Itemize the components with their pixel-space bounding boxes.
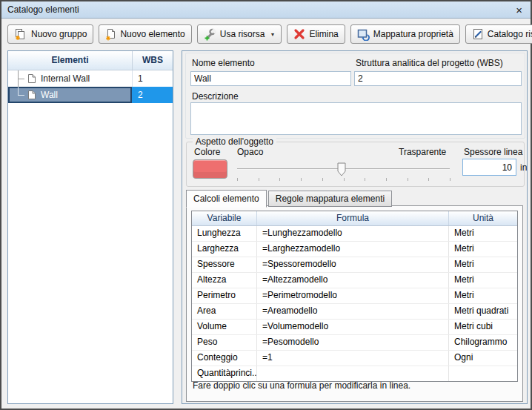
property-mapping-button[interactable]: Mappatura proprietà [350, 24, 460, 44]
variable-cell[interactable]: Quantitàprinci... [192, 366, 257, 381]
wbs-input[interactable] [354, 71, 522, 86]
delete-label: Elimina [309, 29, 338, 39]
element-name-input[interactable] [190, 71, 351, 86]
opacity-slider-thumb[interactable] [337, 162, 346, 177]
tree-connector [18, 95, 24, 96]
variable-cell[interactable]: Lunghezza [192, 226, 257, 241]
opacity-slider[interactable] [237, 162, 450, 182]
use-resource-label: Usa risorsa [220, 29, 265, 39]
table-row[interactable]: Conteggio=1Ogni [192, 351, 517, 366]
new-group-icon [14, 28, 27, 41]
toolbar: Nuovo gruppo Nuovo elemento Usa risorsa … [7, 24, 525, 44]
tree-item-name[interactable]: Internal Wall [8, 70, 132, 87]
page-icon [27, 90, 36, 100]
tree-item-wbs[interactable]: 1 [132, 70, 173, 87]
formula-cell[interactable]: =Perimetromodello [257, 288, 449, 303]
resource-catalog-icon [472, 28, 484, 40]
description-textarea[interactable] [190, 102, 522, 135]
formula-cell[interactable]: =Volumemodello [257, 320, 449, 334]
element-info-group: Nome elemento Struttura analitica del pr… [185, 53, 525, 139]
close-icon[interactable]: × [513, 4, 525, 16]
delete-icon [293, 28, 305, 40]
variable-cell[interactable]: Volume [192, 320, 257, 334]
element-detail-panel: Nome elemento Struttura analitica del pr… [182, 50, 528, 404]
formula-cell[interactable]: =Spessoremodello [257, 257, 449, 272]
table-row[interactable]: Quantitàprinci... [192, 366, 517, 381]
table-row[interactable]: Peso=PesomodelloChilogrammo [192, 335, 517, 351]
table-row[interactable]: Altezza=AltezzamodelloMetri [192, 273, 517, 288]
line-weight-input[interactable] [462, 159, 516, 176]
table-row[interactable]: Lunghezza=LunghezzamodelloMetri [192, 226, 517, 242]
tree-column-wbs[interactable]: WBS [133, 51, 173, 70]
unit-cell[interactable]: Metri [449, 226, 517, 241]
formula-cell[interactable]: =Lunghezzamodello [257, 226, 449, 241]
transparent-label: Trasparente [399, 147, 446, 157]
formula-cell[interactable]: =1 [257, 351, 449, 366]
formula-cell[interactable]: =Altezzamodello [257, 273, 449, 288]
unit-cell[interactable] [449, 366, 517, 381]
tab-regole-mappatura[interactable]: Regole mappatura elementi [268, 191, 392, 207]
unit-cell[interactable]: Metri [449, 257, 517, 272]
table-row[interactable]: Larghezza=LarghezzamodelloMetri [192, 242, 517, 257]
formula-cell[interactable]: =Larghezzamodello [257, 242, 449, 257]
property-mapping-label: Mappatura proprietà [373, 29, 453, 39]
variable-cell[interactable]: Area [192, 304, 257, 319]
formula-hint-text: Fare doppio clic su una formula per modi… [193, 380, 410, 391]
unit-cell[interactable]: Metri cubi [449, 320, 517, 334]
variable-cell[interactable]: Larghezza [192, 242, 257, 257]
page-icon [27, 73, 36, 84]
table-row[interactable]: Spessore=SpessoremodelloMetri [192, 257, 517, 273]
tree-item-name[interactable]: Wall [8, 87, 132, 103]
tab-bar: Calcoli elemento Regole mappatura elemen… [186, 190, 393, 207]
unit-cell[interactable]: Ogni [449, 351, 517, 366]
appearance-group-title: Aspetto dell'oggetto [193, 136, 276, 147]
title-bar[interactable]: Catalogo elementi × [1, 1, 531, 19]
variable-cell[interactable]: Altezza [192, 273, 257, 288]
formula-cell[interactable]: =Areamodello [257, 304, 449, 319]
tab-calcoli-elemento[interactable]: Calcoli elemento [186, 190, 267, 208]
line-weight-label: Spessore linea [464, 147, 522, 157]
use-resource-button[interactable]: Usa risorsa ▼ [197, 24, 282, 44]
formula-cell[interactable]: =Pesomodello [257, 335, 449, 350]
unit-cell[interactable]: Metri [449, 273, 517, 288]
formula-table-body: Lunghezza=LunghezzamodelloMetriLarghezza… [192, 226, 517, 381]
header-unita[interactable]: Unità [449, 211, 517, 225]
variable-cell[interactable]: Peso [192, 335, 257, 350]
table-row[interactable]: Area=AreamodelloMetri quadrati [192, 304, 517, 320]
variable-cell[interactable]: Perimetro [192, 288, 257, 303]
unit-cell[interactable]: Chilogrammo [449, 335, 517, 350]
formula-table: Variabile Formula Unità Lunghezza=Lunghe… [191, 211, 518, 382]
tree-row[interactable]: Wall2 [8, 87, 173, 103]
use-resource-icon [204, 28, 216, 41]
unit-cell[interactable]: Metri [449, 288, 517, 303]
formula-cell[interactable] [257, 366, 449, 381]
delete-button[interactable]: Elimina [287, 24, 345, 44]
dropdown-caret-icon: ▼ [270, 32, 275, 37]
table-row[interactable]: Perimetro=PerimetromodelloMetri [192, 288, 517, 304]
table-row[interactable]: Volume=VolumemodelloMetri cubi [192, 320, 517, 335]
tree-item-label: Wall [41, 90, 58, 100]
unit-cell[interactable]: Metri quadrati [449, 304, 517, 319]
opaque-label: Opaco [237, 147, 263, 157]
new-group-label: Nuovo gruppo [31, 29, 87, 39]
tree-body: Internal Wall1Wall2 [8, 70, 173, 103]
tree-column-elementi[interactable]: Elementi [8, 51, 133, 70]
color-label: Colore [194, 147, 220, 157]
variable-cell[interactable]: Conteggio [192, 351, 257, 366]
unit-cell[interactable]: Metri [449, 242, 517, 257]
color-swatch[interactable] [193, 159, 227, 179]
name-label: Nome elemento [192, 58, 255, 68]
new-group-button[interactable]: Nuovo gruppo [7, 24, 93, 44]
dialog-catalogo-elementi: Catalogo elementi × Nuovo gruppo Nuovo e [0, 0, 532, 410]
tree-row[interactable]: Internal Wall1 [8, 70, 173, 87]
new-element-button[interactable]: Nuovo elemento [99, 24, 191, 44]
variable-cell[interactable]: Spessore [192, 257, 257, 272]
description-label: Descrizione [192, 91, 239, 102]
new-element-label: Nuovo elemento [120, 29, 184, 39]
line-weight-unit: in [520, 162, 527, 173]
header-formula[interactable]: Formula [257, 211, 449, 225]
header-variabile[interactable]: Variabile [192, 211, 257, 225]
tree-item-label: Internal Wall [41, 73, 90, 84]
tree-item-wbs[interactable]: 2 [132, 87, 173, 103]
resource-catalog-button[interactable]: Catalogo risorse [465, 24, 532, 44]
